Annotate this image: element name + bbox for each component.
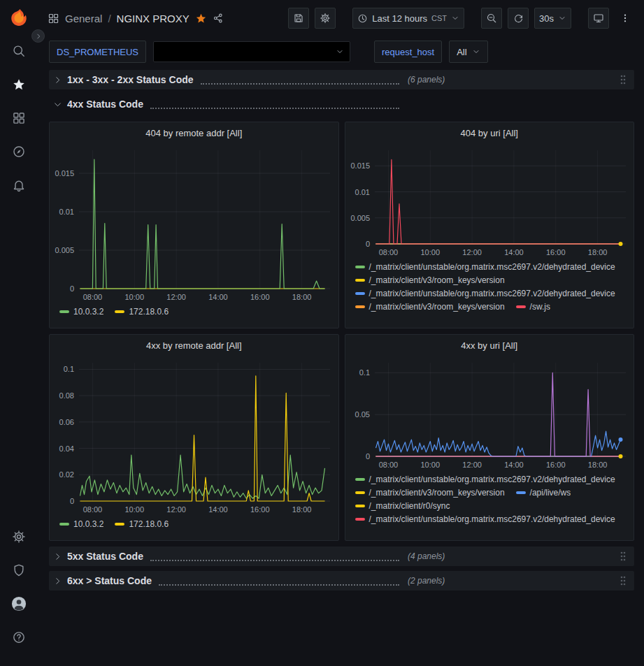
legend-item[interactable]: 10.0.3.2 — [59, 305, 103, 318]
legend-item[interactable]: /_matrix/client/unstable/org.matrix.msc2… — [355, 261, 615, 273]
legend-item[interactable]: /_matrix/client/unstable/org.matrix.msc2… — [355, 287, 615, 300]
panel-title[interactable]: 4xx by uri [All] — [345, 335, 634, 356]
sidebar-expand-button[interactable] — [31, 29, 45, 43]
datasource-variable-label[interactable]: DS_PROMETHEUS — [49, 41, 146, 63]
row-drag-handle[interactable] — [619, 74, 627, 85]
dashboard-row-5xx[interactable]: 5xx Status Code (4 panels) — [49, 546, 634, 566]
row-panel-count: (2 panels) — [408, 576, 445, 586]
row-panel-count: (6 panels) — [408, 75, 445, 85]
legend-item[interactable]: /_matrix/client/unstable/org.matrix.msc2… — [355, 513, 615, 526]
topbar: General / NGINX PROXY — [38, 0, 644, 36]
svg-text:10:00: 10:00 — [420, 248, 440, 256]
sidebar-item-alerting[interactable] — [7, 173, 31, 197]
svg-text:16:00: 16:00 — [546, 461, 566, 469]
breadcrumb-separator: / — [108, 13, 110, 24]
svg-text:0: 0 — [365, 452, 369, 461]
chevron-down-icon — [558, 14, 566, 22]
svg-text:12:00: 12:00 — [166, 505, 186, 514]
refresh-button[interactable] — [508, 8, 529, 29]
timeseries-chart[interactable]: 08:0010:0012:0014:0016:0018:0000.020.040… — [50, 356, 338, 516]
dashboard-row-1xx-3xx-2xx[interactable]: 1xx - 3xx - 2xx Status Code (6 panels) — [49, 70, 634, 89]
row-drag-handle[interactable] — [619, 575, 627, 586]
chevron-right-icon — [35, 33, 42, 40]
sidebar-item-server-admin[interactable] — [7, 558, 31, 582]
legend-item[interactable]: 172.18.0.6 — [115, 305, 169, 318]
svg-text:16:00: 16:00 — [250, 505, 270, 514]
sidebar — [0, 0, 38, 666]
sidebar-item-dashboards[interactable] — [7, 106, 31, 130]
legend-item[interactable]: /api/live/ws — [516, 486, 571, 499]
legend-item[interactable]: 172.18.0.6 — [115, 518, 169, 530]
more-options-button[interactable] — [615, 8, 636, 29]
timeseries-chart[interactable]: 08:0010:0012:0014:0016:0018:0000.0050.01… — [345, 143, 634, 259]
panel-title[interactable]: 404 by uri [All] — [345, 122, 634, 143]
sidebar-item-starred[interactable] — [7, 73, 31, 96]
svg-text:12:00: 12:00 — [166, 293, 186, 301]
request-host-variable-label[interactable]: request_host — [374, 41, 442, 63]
legend-item[interactable]: /_matrix/client/v3/room_keys/version — [355, 486, 505, 499]
panel-legend: /_matrix/client/unstable/org.matrix.msc2… — [345, 259, 634, 328]
row-drag-handle[interactable] — [619, 551, 627, 562]
dashboard-row-4xx[interactable]: 4xx Status Code — [49, 94, 634, 114]
save-dashboard-button[interactable] — [288, 8, 309, 29]
legend-item[interactable]: /_matrix/client/unstable/org.matrix.msc2… — [355, 473, 615, 486]
favorite-star-icon[interactable] — [195, 13, 207, 24]
refresh-interval-select[interactable]: 30s — [534, 8, 571, 29]
svg-text:16:00: 16:00 — [250, 293, 270, 301]
sidebar-item-configuration[interactable] — [7, 525, 31, 549]
share-icon[interactable] — [213, 13, 224, 24]
variables-bar: DS_PROMETHEUS request_host All — [38, 36, 644, 67]
sidebar-item-profile[interactable] — [7, 592, 31, 616]
svg-text:08:00: 08:00 — [378, 248, 398, 256]
svg-text:0.01: 0.01 — [59, 208, 74, 216]
grafana-flame-icon — [9, 8, 29, 27]
grafana-logo[interactable] — [8, 7, 29, 28]
row-title: 5xx Status Code — [67, 551, 143, 562]
svg-text:08:00: 08:00 — [83, 293, 103, 301]
kiosk-mode-button[interactable] — [588, 8, 609, 29]
dashboard-canvas: 1xx - 3xx - 2xx Status Code (6 panels) 4… — [38, 67, 644, 666]
timeseries-chart[interactable]: 08:0010:0012:0014:0016:0018:0000.050.1 — [345, 356, 634, 472]
legend-swatch — [516, 305, 526, 308]
sidebar-item-search[interactable] — [7, 39, 31, 63]
svg-text:10:00: 10:00 — [125, 293, 145, 301]
chevron-down-icon — [451, 14, 459, 22]
panel-title[interactable]: 404 by remote addr [All] — [50, 122, 338, 143]
bell-icon — [12, 178, 26, 192]
zoom-out-button[interactable] — [481, 8, 502, 29]
svg-text:08:00: 08:00 — [83, 505, 103, 514]
panel-legend: 10.0.3.2172.18.0.6 — [50, 304, 338, 328]
legend-item[interactable]: /_matrix/client/r0/sync — [355, 500, 450, 512]
dashboard-row-6xx[interactable]: 6xx > Status Code (2 panels) — [49, 571, 634, 591]
chevron-down-icon — [472, 48, 480, 56]
panel-title[interactable]: 4xx by remote addr [All] — [50, 335, 338, 356]
legend-item[interactable]: /_matrix/client/v3/room_keys/version — [355, 274, 505, 287]
dashboard-title[interactable]: NGINX PROXY — [117, 13, 189, 24]
legend-swatch — [355, 491, 365, 494]
sidebar-item-help[interactable] — [7, 625, 31, 649]
svg-text:0.02: 0.02 — [59, 470, 74, 479]
legend-label: 172.18.0.6 — [129, 305, 169, 318]
timeseries-chart[interactable]: 08:0010:0012:0014:0016:0018:0000.0050.01… — [50, 143, 338, 304]
breadcrumb-folder[interactable]: General — [65, 13, 102, 24]
legend-item[interactable]: 10.0.3.2 — [59, 518, 103, 530]
svg-text:10:00: 10:00 — [420, 461, 440, 469]
legend-item[interactable]: /_matrix/client/v3/room_keys/version — [355, 301, 505, 313]
legend-label: /_matrix/client/r0/sync — [369, 500, 450, 512]
legend-label: 10.0.3.2 — [73, 305, 103, 318]
legend-label: /_matrix/client/v3/room_keys/version — [369, 486, 505, 499]
request-host-variable-select[interactable]: All — [449, 41, 487, 63]
sidebar-item-explore[interactable] — [7, 140, 31, 164]
avatar — [11, 595, 27, 613]
search-icon — [12, 44, 26, 58]
svg-text:12:00: 12:00 — [462, 248, 482, 256]
time-range-picker[interactable]: Last 12 hours CST — [352, 8, 464, 29]
datasource-variable-select[interactable] — [153, 41, 350, 62]
row-dots — [150, 100, 399, 109]
svg-text:0.06: 0.06 — [59, 418, 74, 426]
dashboards-grid-icon — [12, 111, 26, 125]
legend-label: /api/live/ws — [530, 486, 571, 499]
dashboard-settings-button[interactable] — [315, 8, 336, 29]
legend-item[interactable]: /sw.js — [516, 301, 550, 313]
legend-swatch — [355, 478, 365, 481]
